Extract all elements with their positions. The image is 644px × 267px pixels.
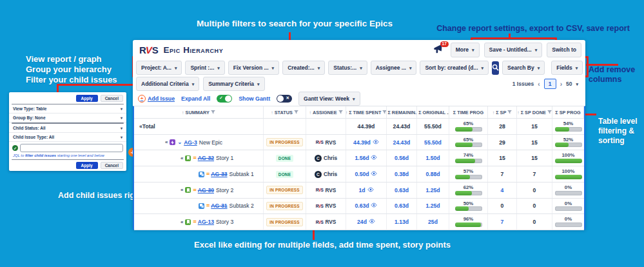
remaining-cell[interactable]: 0.63d bbox=[387, 183, 417, 198]
column-header-assignee[interactable]: ↑ASSIGNEE bbox=[306, 106, 346, 118]
time-spent-cell[interactable]: 1.56d bbox=[346, 150, 387, 166]
status-badge[interactable]: DONE bbox=[276, 155, 293, 162]
table-row-AG-31[interactable]: =AG-31Subtask 2IN PROGRESSRVSRVS0.63d0.6… bbox=[134, 199, 584, 215]
column-header-summary[interactable]: ↑SUMMARY bbox=[134, 106, 264, 118]
apply-button[interactable]: Apply bbox=[76, 162, 98, 169]
issue-summary[interactable]: Subtask 2 bbox=[229, 203, 254, 209]
sp-cell[interactable]: 7 bbox=[488, 214, 517, 230]
issue-summary[interactable]: Story 1 bbox=[216, 155, 233, 161]
issue-key-link[interactable]: AG-13 bbox=[198, 219, 214, 225]
time-spent-cell[interactable]: 44.39d bbox=[346, 135, 387, 150]
table-row-AG-32[interactable]: «=AG-32Story 1DONECChris1.56d0.56d1.50d7… bbox=[134, 150, 584, 166]
eye-icon[interactable] bbox=[373, 139, 379, 146]
chevron-down-icon[interactable]: ▾ bbox=[576, 82, 578, 86]
remaining-cell[interactable]: 24.43d bbox=[387, 135, 417, 150]
time-spent-cell[interactable]: 0.50d bbox=[346, 166, 387, 182]
criteria-chip-0[interactable]: Additional Criteria▾ bbox=[136, 77, 199, 91]
next-page-icon[interactable]: › bbox=[560, 81, 562, 88]
column-header-status[interactable]: ↑STATUS bbox=[264, 106, 306, 118]
add-issue-button[interactable]: +Add Issue bbox=[138, 95, 175, 103]
switch-to-button[interactable]: Switch to bbox=[547, 43, 581, 57]
sp-done-cell[interactable]: 7 bbox=[517, 166, 552, 182]
sp-cell[interactable]: 7 bbox=[488, 166, 517, 182]
issue-key-link[interactable]: AG-31 bbox=[211, 203, 227, 209]
fields-button[interactable]: Fields▾ bbox=[551, 61, 583, 75]
collapse-icon[interactable]: « bbox=[181, 187, 183, 193]
filter-chip-0[interactable]: Project: A...▾ bbox=[136, 61, 182, 75]
eye-icon[interactable] bbox=[367, 187, 374, 193]
sp-cell[interactable]: 0 bbox=[488, 199, 517, 214]
cancel-button[interactable]: Cancel bbox=[101, 162, 123, 169]
sp-done-cell[interactable]: 15 bbox=[517, 150, 552, 166]
column-header--remainin-[interactable]: ↑Σ REMAININ... bbox=[387, 106, 417, 118]
sp-cell[interactable]: 29 bbox=[488, 135, 517, 150]
panel-select-1[interactable]: Group By: None▾ bbox=[9, 114, 126, 123]
time-spent-cell[interactable]: 1d bbox=[346, 183, 387, 198]
table-row-total[interactable]: «Total44.39d24.43d55.50d65%281554% bbox=[134, 119, 584, 135]
filter-funnel-icon[interactable] bbox=[547, 110, 552, 115]
search-button[interactable] bbox=[492, 61, 499, 75]
prev-page-icon[interactable]: ‹ bbox=[538, 81, 540, 88]
original-cell[interactable]: 55.50d bbox=[417, 135, 449, 150]
issue-summary[interactable]: New Epic bbox=[199, 139, 222, 146]
eye-icon[interactable] bbox=[371, 155, 377, 161]
expand-caret-icon[interactable]: ⌄ bbox=[177, 139, 182, 145]
filter-funnel-icon[interactable] bbox=[338, 110, 343, 115]
filter-chip-3[interactable]: Created:...▾ bbox=[282, 61, 325, 75]
issue-key-link[interactable]: AG-3 bbox=[184, 139, 197, 146]
sp-done-cell[interactable]: 0 bbox=[517, 199, 552, 214]
table-row-AG-33[interactable]: =AG-33Subtask 1DONECChris0.50d0.38d0.88d… bbox=[134, 166, 584, 183]
remaining-cell[interactable]: 0.63d bbox=[387, 199, 417, 214]
show-gantt-button[interactable]: Show Gantt bbox=[239, 95, 270, 102]
expand-toggle[interactable]: ✓ bbox=[217, 95, 232, 103]
panel-select-0[interactable]: View Type: Table▾ bbox=[9, 104, 126, 114]
filter-funnel-icon[interactable] bbox=[507, 110, 512, 115]
collapse-icon[interactable]: « bbox=[181, 155, 183, 161]
sp-done-cell[interactable]: 0 bbox=[517, 214, 552, 230]
issue-summary[interactable]: Subtask 1 bbox=[229, 171, 254, 177]
remaining-cell[interactable]: 0.56d bbox=[387, 150, 417, 166]
filter-chip-5[interactable]: Assignee ...▾ bbox=[371, 61, 417, 75]
sp-cell[interactable]: 15 bbox=[488, 150, 517, 166]
status-badge[interactable]: DONE bbox=[276, 171, 293, 178]
panel-select-2[interactable]: Child Status: All▾ bbox=[9, 124, 126, 133]
gantt-toggle[interactable]: ✕ bbox=[277, 95, 292, 103]
original-cell[interactable]: 1.50d bbox=[417, 150, 449, 166]
filter-chip-1[interactable]: Sprint :...▾ bbox=[185, 61, 224, 75]
filter-chip-2[interactable]: Fix Version ...▾ bbox=[228, 61, 279, 75]
gantt-view-select[interactable]: Gantt View: Week▾ bbox=[298, 92, 360, 106]
issue-summary[interactable]: Story 2 bbox=[216, 187, 233, 193]
status-badge[interactable]: IN PROGRESS bbox=[266, 218, 303, 226]
filter-chip-4[interactable]: Status:...▾ bbox=[328, 61, 367, 75]
megaphone-icon[interactable]: 17 bbox=[433, 44, 446, 55]
panel-select-3[interactable]: Child Issue Type: All▾ bbox=[9, 133, 126, 142]
column-header--sp-done[interactable]: ↑Σ SP DONE bbox=[517, 106, 552, 118]
sp-done-cell[interactable]: 0 bbox=[517, 183, 552, 198]
issue-summary[interactable]: Story 3 bbox=[216, 219, 233, 225]
sp-done-cell[interactable]: 15 bbox=[517, 135, 552, 150]
page-size[interactable]: 50 bbox=[566, 81, 572, 87]
column-header--sp[interactable]: ↑Σ SP bbox=[488, 106, 517, 118]
remaining-cell[interactable]: 0.38d bbox=[387, 166, 417, 182]
original-cell[interactable]: 0.88d bbox=[417, 166, 449, 182]
table-row-AG-3[interactable]: «⌄AG-3New EpicIN PROGRESSRVSRVS44.39d24.… bbox=[134, 135, 584, 151]
filter-funnel-icon[interactable] bbox=[294, 110, 298, 115]
jql-input[interactable] bbox=[20, 144, 123, 152]
time-spent-cell[interactable]: 0.63d bbox=[346, 199, 387, 214]
status-badge[interactable]: IN PROGRESS bbox=[266, 138, 303, 146]
table-row-AG-13[interactable]: «=AG-13Story 3IN PROGRESSRVSRVS24d1.13d2… bbox=[134, 214, 584, 230]
issue-key-link[interactable]: AG-30 bbox=[198, 187, 214, 193]
collapse-icon[interactable]: « bbox=[165, 139, 168, 145]
issue-key-link[interactable]: AG-32 bbox=[198, 155, 214, 161]
column-header--time-spent[interactable]: ↑Σ TIME SPENT bbox=[346, 106, 387, 118]
more-button[interactable]: More▾ bbox=[451, 43, 480, 57]
sp-cell[interactable]: 4 bbox=[488, 183, 517, 198]
eye-icon[interactable] bbox=[371, 203, 377, 209]
search-by-button[interactable]: Search By▾ bbox=[502, 61, 545, 75]
filter-funnel-icon[interactable] bbox=[211, 110, 215, 115]
current-page[interactable]: 1 bbox=[544, 79, 556, 89]
column-header--time-prog[interactable]: Σ TIME PROG bbox=[449, 106, 488, 118]
original-cell[interactable]: 1.25d bbox=[417, 183, 449, 198]
criteria-chip-1[interactable]: Summary Criteria▾ bbox=[203, 77, 264, 91]
eye-icon[interactable] bbox=[371, 171, 377, 177]
